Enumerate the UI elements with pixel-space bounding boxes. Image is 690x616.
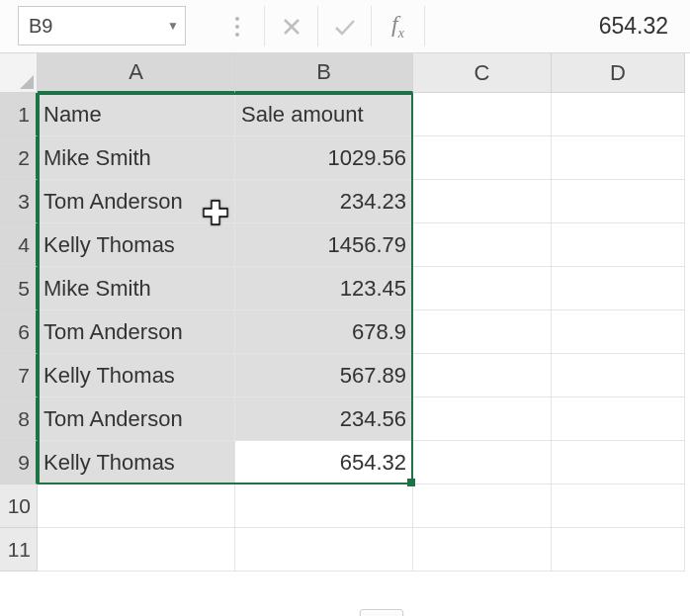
column-header-B[interactable]: B bbox=[235, 53, 413, 93]
cell-B6[interactable]: 678.9 bbox=[235, 310, 413, 354]
formula-input-value: 654.32 bbox=[599, 13, 668, 40]
table-row: Kelly Thomas1456.79 bbox=[38, 223, 685, 267]
cell-B10[interactable] bbox=[235, 484, 413, 528]
name-box-dropdown-icon[interactable]: ▼ bbox=[167, 19, 179, 33]
row-header-4[interactable]: 4 bbox=[0, 223, 38, 267]
table-row: NameSale amount bbox=[38, 93, 685, 136]
row-headers: 1234567891011 bbox=[0, 93, 38, 572]
cell-C4[interactable] bbox=[413, 223, 552, 267]
cell-C3[interactable] bbox=[413, 180, 552, 223]
column-header-C[interactable]: C bbox=[413, 53, 552, 93]
svg-point-1 bbox=[235, 25, 239, 29]
table-row bbox=[38, 528, 685, 572]
cell-A2[interactable]: Mike Smith bbox=[38, 136, 235, 180]
cell-D10[interactable] bbox=[552, 484, 685, 528]
cell-D3[interactable] bbox=[552, 180, 685, 223]
cell-B11[interactable] bbox=[235, 528, 413, 572]
cell-A9[interactable]: Kelly Thomas bbox=[38, 441, 235, 484]
cell-A3[interactable]: Tom Anderson bbox=[38, 180, 235, 223]
svg-point-0 bbox=[235, 17, 239, 21]
row-header-6[interactable]: 6 bbox=[0, 310, 38, 354]
cell-C7[interactable] bbox=[413, 354, 552, 397]
cell-B3[interactable]: 234.23 bbox=[235, 180, 413, 223]
cell-A10[interactable] bbox=[38, 484, 235, 528]
cell-C1[interactable] bbox=[413, 93, 552, 136]
cell-B5[interactable]: 123.45 bbox=[235, 267, 413, 310]
row-header-2[interactable]: 2 bbox=[0, 136, 38, 180]
fx-icon[interactable]: fx bbox=[371, 6, 424, 46]
row-header-9[interactable]: 9 bbox=[0, 441, 38, 484]
cell-D9[interactable] bbox=[552, 441, 685, 484]
quick-analysis-button[interactable] bbox=[360, 609, 403, 616]
cell-D7[interactable] bbox=[552, 354, 685, 397]
cell-A7[interactable]: Kelly Thomas bbox=[38, 354, 235, 397]
cell-D2[interactable] bbox=[552, 136, 685, 180]
cell-C2[interactable] bbox=[413, 136, 552, 180]
cell-A5[interactable]: Mike Smith bbox=[38, 267, 235, 310]
cell-B9[interactable]: 654.32 bbox=[235, 441, 413, 484]
table-row bbox=[38, 484, 685, 528]
column-header-A[interactable]: A bbox=[38, 53, 235, 93]
select-all-corner[interactable] bbox=[0, 53, 38, 93]
table-row: Mike Smith123.45 bbox=[38, 267, 685, 310]
cell-C5[interactable] bbox=[413, 267, 552, 310]
cell-A4[interactable]: Kelly Thomas bbox=[38, 223, 235, 267]
cell-C11[interactable] bbox=[413, 528, 552, 572]
cell-B2[interactable]: 1029.56 bbox=[235, 136, 413, 180]
cell-B1[interactable]: Sale amount bbox=[235, 93, 413, 136]
row-header-8[interactable]: 8 bbox=[0, 397, 38, 441]
column-headers: ABCD bbox=[38, 53, 685, 93]
formula-bar: B9 ▼ fx 654.32 bbox=[0, 0, 690, 53]
table-row: Kelly Thomas654.32 bbox=[38, 441, 685, 484]
enter-check-icon[interactable] bbox=[317, 6, 371, 46]
cell-C6[interactable] bbox=[413, 310, 552, 354]
column-header-D[interactable]: D bbox=[552, 53, 685, 93]
cancel-icon[interactable] bbox=[264, 6, 317, 46]
table-row: Mike Smith1029.56 bbox=[38, 136, 685, 180]
cell-B7[interactable]: 567.89 bbox=[235, 354, 413, 397]
svg-point-2 bbox=[235, 33, 239, 37]
cell-A8[interactable]: Tom Anderson bbox=[38, 397, 235, 441]
cell-D11[interactable] bbox=[552, 528, 685, 572]
row-header-10[interactable]: 10 bbox=[0, 484, 38, 528]
row-header-11[interactable]: 11 bbox=[0, 528, 38, 572]
cell-A6[interactable]: Tom Anderson bbox=[38, 310, 235, 354]
cell-D4[interactable] bbox=[552, 223, 685, 267]
table-row: Tom Anderson678.9 bbox=[38, 310, 685, 354]
cell-B4[interactable]: 1456.79 bbox=[235, 223, 413, 267]
name-box-value: B9 bbox=[29, 15, 52, 38]
cell-grid[interactable]: NameSale amountMike Smith1029.56Tom Ande… bbox=[38, 93, 685, 572]
row-header-5[interactable]: 5 bbox=[0, 267, 38, 310]
cell-D6[interactable] bbox=[552, 310, 685, 354]
cell-D8[interactable] bbox=[552, 397, 685, 441]
table-row: Kelly Thomas567.89 bbox=[38, 354, 685, 397]
table-row: Tom Anderson234.56 bbox=[38, 397, 685, 441]
cell-A1[interactable]: Name bbox=[38, 93, 235, 136]
formula-input[interactable]: 654.32 bbox=[424, 6, 690, 46]
formula-bar-more-icon[interactable] bbox=[211, 6, 264, 46]
row-header-3[interactable]: 3 bbox=[0, 180, 38, 223]
name-box[interactable]: B9 ▼ bbox=[18, 6, 186, 45]
cell-C9[interactable] bbox=[413, 441, 552, 484]
cell-C10[interactable] bbox=[413, 484, 552, 528]
cell-D1[interactable] bbox=[552, 93, 685, 136]
row-header-7[interactable]: 7 bbox=[0, 354, 38, 397]
row-header-1[interactable]: 1 bbox=[0, 93, 38, 136]
cell-A11[interactable] bbox=[38, 528, 235, 572]
cell-B8[interactable]: 234.56 bbox=[235, 397, 413, 441]
table-row: Tom Anderson234.23 bbox=[38, 180, 685, 223]
cell-C8[interactable] bbox=[413, 397, 552, 441]
cell-D5[interactable] bbox=[552, 267, 685, 310]
